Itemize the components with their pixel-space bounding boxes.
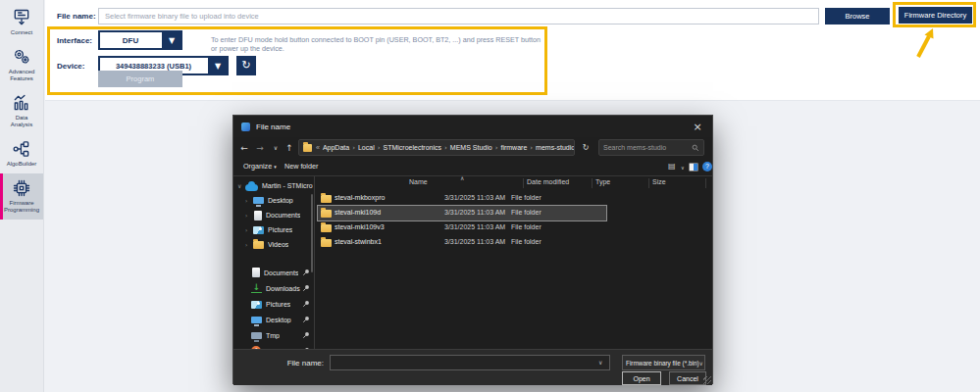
view-dropdown-icon[interactable]: ∨ bbox=[681, 165, 685, 171]
desktop-icon bbox=[253, 197, 264, 204]
column-header-date-modified[interactable]: Date modified bbox=[527, 178, 569, 185]
tree-group-gap bbox=[233, 252, 314, 265]
file-open-dialog: File name × ← → ∨ ↑ « AppData›Local›STMi… bbox=[232, 115, 713, 384]
interface-dropdown[interactable]: DFU ▼ bbox=[98, 30, 182, 50]
sidebar-item-advanced-features[interactable]: Advanced Features bbox=[0, 42, 43, 88]
breadcrumb-segment[interactable]: AppData bbox=[323, 144, 349, 151]
dialog-file-name-input[interactable] bbox=[330, 355, 610, 370]
file-row-steval-mkboxpro[interactable]: steval-mkboxpro3/31/2025 11:03 AMFile fo… bbox=[318, 191, 606, 206]
chevron-right-icon[interactable]: › bbox=[245, 226, 253, 233]
preview-pane-icon[interactable] bbox=[689, 163, 698, 172]
column-header-name[interactable]: Name bbox=[409, 178, 428, 185]
chevron-down-icon[interactable]: ▼ bbox=[208, 57, 228, 74]
tree-scrollbar[interactable] bbox=[311, 194, 313, 272]
tree-item-pinned-desktop[interactable]: Desktop bbox=[233, 312, 314, 327]
refresh-devices-button[interactable]: ↻ bbox=[236, 56, 256, 75]
file-type-select[interactable]: Firmware binary file (*.bin) ∨ bbox=[622, 355, 705, 370]
folder-icon bbox=[253, 241, 264, 249]
interface-label: Interface: bbox=[57, 36, 92, 45]
up-icon[interactable]: ↑ bbox=[283, 140, 296, 156]
onedrive-cloud-icon bbox=[245, 184, 258, 191]
folder-icon bbox=[321, 239, 332, 247]
open-button[interactable]: Open bbox=[622, 371, 661, 385]
tree-item-martin-stmicro[interactable]: ∨Martin - STMicro bbox=[233, 178, 314, 193]
help-icon[interactable]: ? bbox=[702, 162, 712, 172]
column-header-type[interactable]: Type bbox=[595, 178, 610, 185]
close-icon[interactable]: × bbox=[683, 116, 712, 137]
device-label: Device: bbox=[57, 62, 84, 71]
column-header-size[interactable]: Size bbox=[652, 178, 666, 185]
organize-button[interactable]: Organize ▾ bbox=[243, 162, 277, 171]
tree-item-desktop[interactable]: ›Desktop bbox=[233, 193, 314, 208]
resize-grip-icon[interactable] bbox=[703, 376, 711, 384]
dialog-title-bar[interactable]: File name × bbox=[233, 116, 712, 137]
dialog-file-name-label: File name: bbox=[233, 359, 324, 368]
file-row-steval-stwinbx1[interactable]: steval-stwinbx13/31/2025 11:03 AMFile fo… bbox=[318, 235, 606, 250]
tree-item-videos[interactable]: ›Videos bbox=[233, 237, 314, 252]
breadcrumb-segment[interactable]: Local bbox=[358, 144, 375, 151]
chevron-down-icon[interactable]: ∨ bbox=[237, 182, 245, 189]
dialog-body: ∨Martin - STMicro›Desktop›Documents›Pict… bbox=[233, 176, 712, 349]
dialog-navbar: ← → ∨ ↑ « AppData›Local›STMicroelectroni… bbox=[233, 137, 712, 159]
pin-icon bbox=[302, 316, 310, 323]
pane-divider bbox=[314, 176, 315, 349]
file-row-steval-mki109d[interactable]: steval-mki109d3/31/2025 11:03 AMFile fol… bbox=[318, 206, 606, 220]
breadcrumb-segment[interactable]: mems-studio bbox=[536, 144, 575, 151]
file-name-label: File name: bbox=[57, 12, 96, 21]
history-chevron-icon[interactable]: ∨ bbox=[269, 140, 283, 156]
dfu-note: To enter DFU mode hold button connected … bbox=[211, 35, 544, 53]
firmware-directory-button[interactable]: Firmware Directory bbox=[899, 7, 972, 24]
tree-item-pinned-pictures[interactable]: Pictures bbox=[233, 296, 314, 312]
back-icon[interactable]: ← bbox=[237, 140, 251, 156]
pin-icon bbox=[302, 300, 310, 308]
document-icon bbox=[254, 211, 262, 220]
chevron-down-icon[interactable]: ▼ bbox=[162, 31, 181, 49]
dialog-footer: File name: ∨ Firmware binary file (*.bin… bbox=[233, 349, 712, 385]
tree-item-pinned-downloads[interactable]: ↓Downloads bbox=[233, 280, 314, 296]
search-box[interactable] bbox=[598, 139, 704, 156]
program-button[interactable]: Program bbox=[98, 71, 182, 87]
breadcrumb-segment[interactable]: firmware bbox=[500, 144, 527, 151]
document-icon bbox=[252, 268, 260, 277]
tree-item-pinned-tmp[interactable]: Tmp bbox=[233, 327, 314, 343]
algo-icon bbox=[12, 139, 31, 159]
browse-button[interactable]: Browse bbox=[825, 8, 890, 24]
tree-item-pictures[interactable]: ›Pictures bbox=[233, 222, 314, 237]
firmware-file-input[interactable] bbox=[98, 8, 819, 24]
chevron-right-icon[interactable]: › bbox=[245, 197, 253, 204]
app-root: ConnectAdvanced FeaturesData AnalysisAlg… bbox=[0, 0, 980, 392]
tree-item-pinned-documents[interactable]: Documents bbox=[233, 265, 314, 280]
folder-icon bbox=[321, 224, 332, 232]
organize-caret-icon: ▾ bbox=[274, 164, 277, 170]
breadcrumb-segment[interactable]: STMicroelectronics bbox=[384, 144, 442, 151]
breadcrumb-segment[interactable]: MEMS Studio bbox=[450, 144, 492, 151]
address-bar[interactable]: « AppData›Local›STMicroelectronics›MEMS … bbox=[298, 139, 575, 156]
pin-icon bbox=[302, 331, 310, 339]
tree-item-documents[interactable]: ›Documents bbox=[233, 208, 314, 222]
sidebar-item-data-analysis[interactable]: Data Analysis bbox=[0, 88, 43, 134]
search-icon bbox=[692, 144, 699, 152]
sidebar: ConnectAdvanced FeaturesData AnalysisAlg… bbox=[0, 0, 44, 392]
breadcrumb-overflow-icon[interactable]: « bbox=[316, 144, 320, 151]
view-mode-icon[interactable]: ▤ bbox=[668, 162, 676, 171]
app-icon bbox=[241, 122, 250, 131]
forward-icon[interactable]: → bbox=[253, 140, 267, 156]
sidebar-item-firmware-programming[interactable]: Firmware Programming bbox=[0, 173, 43, 220]
navigation-tree: ∨Martin - STMicro›Desktop›Documents›Pict… bbox=[233, 178, 314, 349]
file-row-steval-mki109v3[interactable]: steval-mki109v33/31/2025 11:03 AMFile fo… bbox=[318, 220, 606, 235]
search-input[interactable] bbox=[603, 144, 692, 151]
monitor-icon bbox=[251, 332, 262, 339]
sidebar-item-algobuilder[interactable]: AlgoBuilder bbox=[0, 134, 43, 173]
dialog-title: File name bbox=[256, 122, 290, 131]
sidebar-item-connect[interactable]: Connect bbox=[0, 3, 43, 42]
pictures-icon bbox=[251, 301, 262, 309]
refresh-icon[interactable]: ↻ bbox=[579, 140, 593, 156]
breadcrumb-separator-icon: › bbox=[530, 144, 533, 152]
chevron-right-icon[interactable]: › bbox=[245, 241, 253, 248]
chevron-down-icon: ∨ bbox=[699, 360, 703, 367]
folder-icon bbox=[321, 195, 332, 203]
chevron-right-icon[interactable]: › bbox=[245, 212, 253, 219]
new-folder-button[interactable]: New folder bbox=[284, 162, 318, 171]
cancel-button[interactable]: Cancel bbox=[669, 371, 706, 385]
breadcrumb-separator-icon: › bbox=[378, 144, 381, 152]
